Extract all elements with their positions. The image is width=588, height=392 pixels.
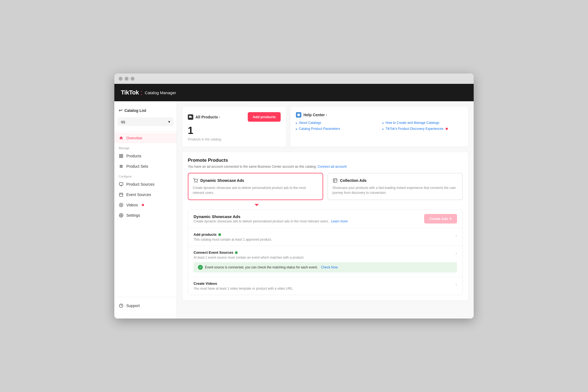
svg-point-6: [119, 203, 123, 207]
products-icon: [119, 154, 124, 158]
logo-text: TikTok: [121, 89, 139, 96]
dsa-title: Dynamic Showcase Ads: [200, 178, 244, 183]
main-layout: ↩ Catalog List qq ▾ Overview Manage: [114, 101, 474, 318]
videos-icon: [119, 203, 124, 207]
connect-events-desc: At least 1 event source must contain an …: [194, 256, 304, 259]
dsa-icon: [193, 178, 198, 183]
event-check-icon: ✓: [198, 265, 203, 270]
all-products-chevron-icon: ›: [219, 115, 220, 119]
create-ads-label: Create Ads: [430, 217, 448, 221]
sidebar-item-product-sets[interactable]: Product Sets: [114, 161, 177, 171]
content-area: All Products › Add products 1 Products i…: [177, 101, 474, 318]
create-videos-desc: You must have at least 1 video template …: [194, 287, 293, 290]
promote-desc-text: You have an ad account connected to the …: [188, 165, 317, 169]
connect-events-status-dot: [235, 251, 238, 254]
event-connected-banner: ✓ Event source is connected, you can che…: [194, 262, 457, 272]
app-window: TikTok : Catalog Manager ↩ Catalog List …: [114, 74, 474, 318]
sidebar-item-support[interactable]: Support: [114, 301, 177, 311]
catalog-dropdown[interactable]: qq ▾: [118, 117, 173, 126]
sidebar-item-event-sources[interactable]: Event Sources: [114, 189, 177, 200]
checklist-item-connect-events[interactable]: Connect Event Sources At least 1 event s…: [188, 246, 463, 277]
sidebar-item-settings[interactable]: Settings: [114, 210, 177, 220]
help-link-product-parameters[interactable]: Catalog Product Parameters: [296, 127, 376, 131]
help-center-card: Help Center › About Catalogs How to Crea…: [290, 107, 468, 147]
all-products-title-row: All Products ›: [188, 114, 220, 120]
sidebar-divider: [114, 131, 177, 132]
svg-rect-16: [333, 179, 337, 182]
catalog-list-header[interactable]: ↩ Catalog List: [114, 106, 177, 117]
help-center-chevron-icon: ›: [326, 113, 327, 117]
manage-section-label: Manage: [114, 143, 177, 151]
connect-events-top: Connect Event Sources At least 1 event s…: [194, 250, 457, 259]
create-ads-chevron-icon: ▾: [450, 217, 452, 221]
svg-rect-1: [121, 154, 123, 156]
help-center-link[interactable]: Help Center ›: [304, 113, 327, 117]
ad-type-collection[interactable]: Collection Ads Showcase your products wi…: [327, 173, 463, 200]
checklist-add-products-title: Add products: [194, 232, 272, 237]
event-sources-label: Event Sources: [126, 192, 151, 197]
svg-rect-11: [189, 116, 191, 118]
help-center-title-row: Help Center ›: [296, 112, 463, 118]
settings-label: Settings: [126, 213, 140, 218]
promote-section: Promote Products You have an ad account …: [182, 152, 468, 301]
svg-marker-7: [121, 204, 122, 206]
discovery-link-text: TikTok's Product Discovery Experiences: [385, 127, 443, 131]
event-connected-text: Event source is connected, you can check…: [205, 265, 318, 269]
product-sources-icon: [119, 182, 124, 187]
svg-point-8: [121, 215, 122, 216]
learn-more-link[interactable]: Learn more: [331, 219, 348, 223]
traffic-light-red: [119, 77, 122, 81]
create-videos-title-text: Create Videos: [194, 281, 217, 286]
create-ads-button[interactable]: Create Ads ▾: [424, 214, 457, 223]
traffic-light-yellow: [125, 77, 128, 81]
sidebar-item-product-sources[interactable]: Product Sources: [114, 179, 177, 189]
support-label: Support: [126, 304, 140, 308]
connect-events-title-text: Connect Event Sources: [194, 250, 233, 255]
add-products-button[interactable]: Add products: [248, 112, 281, 122]
svg-rect-0: [120, 154, 121, 156]
checklist-item-add-products[interactable]: Add products This catalog must contain a…: [188, 228, 463, 246]
create-videos-chevron-icon: ›: [455, 281, 457, 287]
ad-type-cards: Dynamic Showcase Ads Create dynamic show…: [188, 173, 463, 200]
all-products-link[interactable]: All Products ›: [195, 115, 220, 119]
help-link-about-catalogs[interactable]: About Catalogs: [296, 121, 376, 125]
connect-events-content: Connect Event Sources At least 1 event s…: [194, 250, 304, 259]
ad-type-dsa[interactable]: Dynamic Showcase Ads Create dynamic show…: [188, 173, 323, 200]
dsa-detail-header: Dynamic Showcase Ads Create dynamic show…: [188, 210, 463, 228]
product-sets-icon: [119, 164, 124, 169]
dsa-desc: Create dynamic showcase ads to deliver p…: [193, 185, 318, 195]
connect-ad-account-link[interactable]: Connect ad account: [318, 165, 347, 169]
svg-rect-4: [119, 183, 123, 185]
videos-label: Videos: [126, 203, 138, 207]
product-sets-label: Product Sets: [126, 164, 148, 169]
app-header: TikTok : Catalog Manager: [114, 84, 474, 101]
configure-section-label: Configure: [114, 171, 177, 179]
dsa-detail-section: Dynamic Showcase Ads Create dynamic show…: [188, 209, 463, 295]
collection-title: Collection Ads: [340, 178, 367, 183]
dropdown-chevron-icon: ▾: [168, 120, 170, 124]
traffic-light-green: [131, 77, 134, 81]
create-videos-title: Create Videos: [194, 281, 293, 286]
logo-dot: :: [140, 89, 143, 96]
svg-rect-2: [120, 156, 121, 158]
product-count-label: Products in the catalog: [188, 137, 281, 141]
dsa-detail-title: Dynamic Showcase Ads: [194, 214, 348, 219]
help-card-icon: [296, 112, 301, 118]
sidebar-item-overview[interactable]: Overview: [114, 133, 177, 143]
triangle-down-icon: [255, 204, 259, 206]
check-now-link[interactable]: Check Now: [321, 265, 338, 269]
dsa-card-header: Dynamic Showcase Ads: [193, 178, 318, 183]
help-link-create-manage[interactable]: How to Create and Manage Catalogs: [382, 121, 463, 125]
sidebar-item-products[interactable]: Products: [114, 151, 177, 161]
sidebar-item-videos[interactable]: Videos: [114, 200, 177, 210]
sidebar-bottom: Support: [114, 297, 177, 314]
add-products-title-text: Add products: [194, 232, 217, 237]
all-products-card-header: All Products › Add products: [188, 112, 281, 122]
add-products-desc: This catalog must contain at least 1 app…: [194, 238, 272, 241]
catalog-list-label: Catalog List: [124, 108, 146, 113]
checklist-item-create-videos[interactable]: Create Videos You must have at least 1 v…: [188, 277, 463, 295]
help-link-discovery[interactable]: TikTok's Product Discovery Experiences: [382, 127, 463, 131]
catalog-name: qq: [121, 120, 125, 124]
title-bar: [114, 74, 474, 84]
add-products-status-dot: [218, 233, 221, 236]
